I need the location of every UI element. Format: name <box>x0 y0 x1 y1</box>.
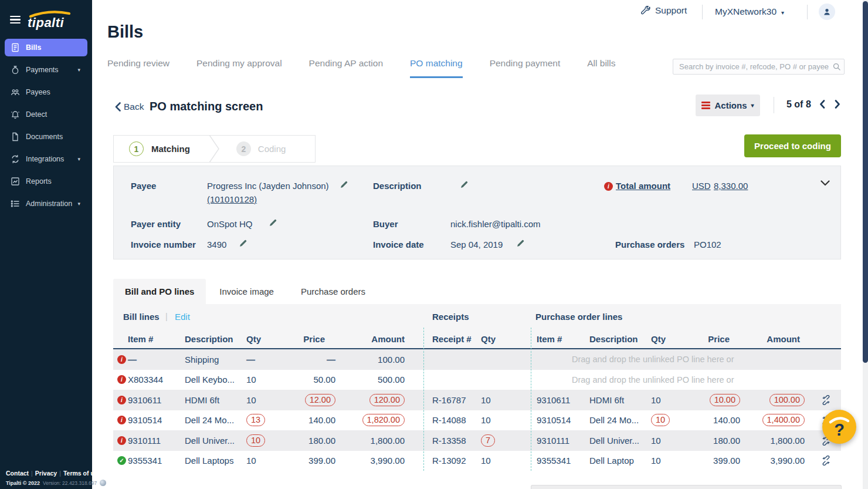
section-divider <box>423 328 424 471</box>
tab-all-bills[interactable]: All bills <box>587 58 615 78</box>
tab-purchase-orders[interactable]: Purchase orders <box>287 279 379 304</box>
total-currency[interactable]: USD <box>692 181 711 191</box>
sidebar-item-bills[interactable]: Bills <box>5 39 87 56</box>
unlink-icon[interactable] <box>811 456 841 466</box>
matching-tab-bar: Bill and PO lines Invoice image Purchase… <box>113 279 841 304</box>
tab-pending-my-approval[interactable]: Pending my approval <box>196 58 282 78</box>
mismatch-flag: 1,400.00 <box>762 414 805 426</box>
col-description: Description <box>185 334 246 344</box>
sidebar-item-payees[interactable]: Payees <box>5 83 87 101</box>
tab-bill-and-po-lines[interactable]: Bill and PO lines <box>113 279 206 304</box>
contact-link[interactable]: Contact <box>6 470 29 477</box>
matching-table: Bill lines | Edit Receipts Purchase orde… <box>113 304 841 471</box>
sidebar-item-detect[interactable]: Detect <box>5 106 87 123</box>
table-row: iX803344Dell Keybo...1050.00500.00Drag a… <box>113 370 841 390</box>
receipt-qty: 10 <box>481 415 531 425</box>
sidebar-item-payments[interactable]: Payments ▾ <box>5 61 87 79</box>
total-amount-label[interactable]: Total amount <box>616 181 670 191</box>
account-menu[interactable]: MyXNetwork30▾ <box>715 6 784 17</box>
tab-pending-ap-action[interactable]: Pending AP action <box>309 58 383 78</box>
col-item: Item # <box>128 334 185 344</box>
error-info-icon[interactable]: i <box>117 396 126 404</box>
edit-payee-icon[interactable] <box>340 180 348 189</box>
mismatch-flag: 1,820.00 <box>362 414 405 426</box>
next-bill-button[interactable] <box>835 100 840 109</box>
receipt-qty: 10 <box>481 395 531 405</box>
total-amount-value[interactable]: 8,330.00 <box>714 181 748 191</box>
tipalti-logo[interactable]: tipalti <box>26 7 73 32</box>
search-input[interactable] <box>673 59 845 75</box>
edit-bill-lines-link[interactable]: Edit <box>175 312 190 322</box>
total-amount-info-icon[interactable]: i <box>604 182 613 191</box>
sidebar-item-label: Payees <box>26 88 50 96</box>
po-price: 399.00 <box>700 456 742 466</box>
wrench-icon <box>641 6 651 16</box>
po-amount: 1,800.00 <box>742 436 811 446</box>
bill-lines-label: Bill lines <box>123 312 160 322</box>
administration-icon <box>11 199 21 209</box>
payer-entity-value: OnSpot HQ <box>207 219 253 229</box>
avatar[interactable] <box>819 4 835 20</box>
error-info-icon[interactable]: i <box>117 416 126 424</box>
po-description: Dell Laptop <box>589 456 651 466</box>
back-button[interactable]: Back <box>115 102 144 112</box>
receipt-qty: 7 <box>481 434 531 447</box>
proceed-to-coding-button[interactable]: Proceed to coding <box>744 134 841 157</box>
mismatch-flag: 10.00 <box>710 394 740 406</box>
language-globe-icon[interactable] <box>100 480 106 486</box>
menu-icon[interactable] <box>10 16 21 24</box>
po-price: 180.00 <box>700 436 742 446</box>
mismatch-flag: 10 <box>246 434 265 447</box>
po-amount: 3,990.00 <box>742 456 811 466</box>
error-info-icon[interactable]: i <box>117 355 126 364</box>
support-button[interactable]: Support <box>641 5 687 16</box>
col-po-item: Item # <box>537 334 589 344</box>
bill-item-number: 9310111 <box>128 436 185 446</box>
mismatch-flag: 100.00 <box>769 394 805 406</box>
edit-description-icon[interactable] <box>460 180 469 189</box>
privacy-link[interactable]: Privacy <box>35 470 57 477</box>
unlink-icon[interactable] <box>811 395 841 405</box>
table-header: Item # Description Qty Price Amount Rece… <box>113 330 841 349</box>
help-button[interactable]: ? <box>822 410 856 444</box>
sidebar-item-administration[interactable]: Administration ▾ <box>5 195 87 213</box>
collapse-panel-icon[interactable] <box>820 180 830 186</box>
error-info-icon[interactable]: i <box>117 375 126 384</box>
bill-item-number: X803344 <box>128 375 185 385</box>
payees-icon <box>11 87 21 97</box>
topbar-divider <box>702 5 703 19</box>
error-info-icon[interactable]: i <box>117 436 126 445</box>
sidebar-item-label: Administration <box>26 200 72 208</box>
tab-pending-payment[interactable]: Pending payment <box>490 58 561 78</box>
mismatch-flag: 7 <box>481 434 495 447</box>
terms-link[interactable]: Terms of use <box>63 470 101 477</box>
col-po-description: Description <box>589 334 651 344</box>
scrollbar[interactable] <box>863 0 868 489</box>
col-po-qty: Qty <box>651 334 700 344</box>
tab-po-matching[interactable]: PO matching <box>410 58 463 78</box>
sidebar-item-reports[interactable]: Reports <box>5 173 87 190</box>
po-qty: 10 <box>651 395 700 405</box>
toolbar-divider <box>774 97 774 113</box>
app-window: tipalti Bills Payments ▾ Payees Detect <box>0 0 868 489</box>
edit-invoice-number-icon[interactable] <box>239 239 247 248</box>
tab-invoice-image[interactable]: Invoice image <box>206 279 287 304</box>
invoice-number-label: Invoice number <box>131 240 196 249</box>
screen-title: PO matching screen <box>150 100 263 113</box>
po-drop-target[interactable]: Drag and drop the unlinked PO line here … <box>537 370 841 390</box>
payee-id-link[interactable]: (101010128) <box>207 194 257 204</box>
bill-item-number: 9355341 <box>128 456 185 466</box>
matched-icon[interactable]: ✓ <box>117 456 126 465</box>
actions-button[interactable]: Actions ▾ <box>696 95 760 116</box>
receipt-number: R-16787 <box>432 395 481 405</box>
prev-bill-button[interactable] <box>819 100 825 109</box>
scrollbar-thumb[interactable] <box>863 1 868 363</box>
edit-payer-entity-icon[interactable] <box>269 218 277 227</box>
bill-amount: 120.00 <box>339 394 423 406</box>
sidebar-item-documents[interactable]: Documents <box>5 128 87 146</box>
bill-price: 12.00 <box>291 394 339 406</box>
sidebar-item-integrations[interactable]: Integrations ▾ <box>5 150 87 168</box>
po-drop-target[interactable]: Drag and drop the unlinked PO line here … <box>537 349 841 370</box>
edit-invoice-date-icon[interactable] <box>516 239 525 248</box>
tab-pending-review[interactable]: Pending review <box>107 58 169 78</box>
